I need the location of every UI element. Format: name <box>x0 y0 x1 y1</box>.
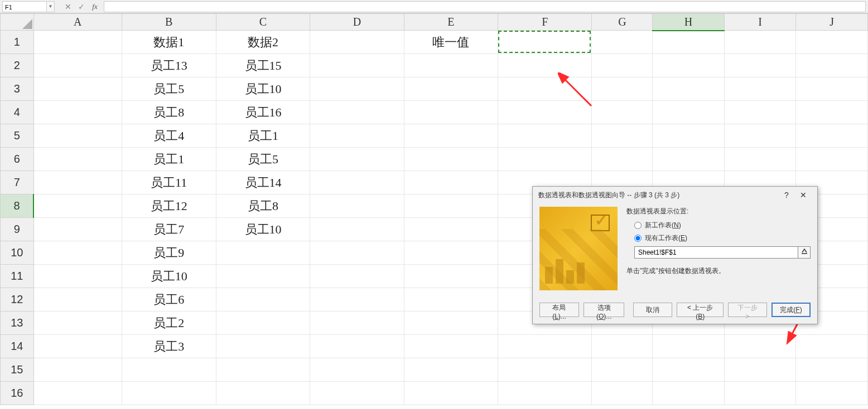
cell[interactable] <box>310 124 404 148</box>
back-button[interactable]: < 上一步(B) <box>677 303 724 317</box>
cell[interactable] <box>796 335 868 358</box>
cell[interactable] <box>653 358 725 382</box>
cell[interactable] <box>592 31 653 54</box>
cell[interactable] <box>796 124 868 148</box>
cell[interactable] <box>33 311 122 335</box>
cell[interactable] <box>653 31 725 54</box>
cell[interactable] <box>404 382 498 405</box>
cancel-button[interactable]: 取消 <box>633 303 672 317</box>
fx-icon[interactable]: fx <box>88 1 102 12</box>
column-header[interactable]: D <box>310 14 404 31</box>
cell[interactable] <box>724 335 796 358</box>
cell[interactable]: 员工10 <box>216 77 310 101</box>
cell[interactable] <box>653 124 725 148</box>
cell[interactable] <box>653 77 725 101</box>
cell[interactable]: 员工9 <box>122 241 216 265</box>
cell[interactable] <box>404 194 498 218</box>
column-header[interactable]: C <box>216 14 310 31</box>
column-header[interactable]: H <box>653 14 725 31</box>
cell[interactable] <box>310 148 404 171</box>
cell[interactable] <box>498 148 592 171</box>
row-header[interactable]: 1 <box>1 31 34 54</box>
cell[interactable]: 唯一值 <box>404 31 498 54</box>
cell[interactable] <box>592 77 653 101</box>
cell[interactable] <box>33 382 122 405</box>
cell[interactable] <box>33 77 122 101</box>
row-header[interactable]: 16 <box>1 382 34 405</box>
cell[interactable]: 员工11 <box>122 171 216 194</box>
cell[interactable]: 员工8 <box>122 101 216 124</box>
row-header[interactable]: 5 <box>1 124 34 148</box>
column-header[interactable]: J <box>796 14 868 31</box>
cell[interactable] <box>404 148 498 171</box>
cell[interactable] <box>310 358 404 382</box>
dialog-titlebar[interactable]: 数据透视表和数据透视图向导 -- 步骤 3 (共 3 步) ? ✕ <box>533 187 817 203</box>
cell[interactable] <box>724 124 796 148</box>
cell[interactable] <box>310 288 404 311</box>
close-icon[interactable]: ✕ <box>795 191 812 199</box>
row-header[interactable]: 14 <box>1 335 34 358</box>
cell[interactable] <box>33 241 122 265</box>
cell[interactable]: 数据2 <box>216 31 310 54</box>
cancel-formula-icon[interactable]: ✕ <box>61 1 75 12</box>
cell[interactable]: 员工10 <box>122 265 216 288</box>
cell[interactable] <box>310 101 404 124</box>
cell[interactable] <box>310 382 404 405</box>
cell[interactable] <box>33 265 122 288</box>
row-header[interactable]: 10 <box>1 241 34 265</box>
cell[interactable] <box>33 124 122 148</box>
cell[interactable] <box>310 54 404 77</box>
name-box[interactable]: F1 <box>2 1 47 12</box>
location-input[interactable] <box>634 246 798 259</box>
cell[interactable] <box>796 31 868 54</box>
cell[interactable] <box>498 101 592 124</box>
cell[interactable] <box>592 54 653 77</box>
cell[interactable]: 员工15 <box>216 54 310 77</box>
row-header[interactable]: 13 <box>1 311 34 335</box>
cell[interactable]: 员工7 <box>122 218 216 241</box>
cell[interactable] <box>498 31 592 54</box>
cell[interactable] <box>724 101 796 124</box>
cell[interactable]: 员工10 <box>216 218 310 241</box>
cell[interactable] <box>216 265 310 288</box>
cell[interactable] <box>33 31 122 54</box>
cell[interactable]: 员工1 <box>122 148 216 171</box>
cell[interactable] <box>796 148 868 171</box>
range-collapse-icon[interactable] <box>798 246 811 259</box>
cell[interactable] <box>216 288 310 311</box>
cell[interactable] <box>404 265 498 288</box>
cell[interactable] <box>404 358 498 382</box>
cell[interactable]: 员工2 <box>122 311 216 335</box>
cell[interactable]: 员工16 <box>216 101 310 124</box>
cell[interactable] <box>310 194 404 218</box>
cell[interactable] <box>724 54 796 77</box>
select-all-corner[interactable] <box>1 14 34 31</box>
cell[interactable] <box>592 382 653 405</box>
cell[interactable] <box>796 382 868 405</box>
cell[interactable] <box>653 54 725 77</box>
cell[interactable] <box>796 54 868 77</box>
row-header[interactable]: 15 <box>1 358 34 382</box>
radio-new-worksheet[interactable]: 新工作表(N) <box>634 221 811 230</box>
cell[interactable] <box>310 241 404 265</box>
cell[interactable] <box>310 335 404 358</box>
options-button[interactable]: 选项(O)... <box>584 303 624 317</box>
row-header[interactable]: 9 <box>1 218 34 241</box>
layout-button[interactable]: 布局(L)... <box>539 303 579 317</box>
cell[interactable] <box>33 218 122 241</box>
cell[interactable] <box>796 77 868 101</box>
cell[interactable] <box>498 124 592 148</box>
cell[interactable] <box>216 241 310 265</box>
cell[interactable] <box>310 218 404 241</box>
row-header[interactable]: 11 <box>1 265 34 288</box>
cell[interactable] <box>592 358 653 382</box>
column-header[interactable]: G <box>592 14 653 31</box>
enter-formula-icon[interactable]: ✓ <box>75 1 88 12</box>
cell[interactable] <box>498 358 592 382</box>
cell[interactable] <box>498 335 592 358</box>
cell[interactable] <box>216 311 310 335</box>
cell[interactable] <box>724 358 796 382</box>
cell[interactable] <box>33 288 122 311</box>
cell[interactable] <box>122 358 216 382</box>
cell[interactable] <box>653 101 725 124</box>
